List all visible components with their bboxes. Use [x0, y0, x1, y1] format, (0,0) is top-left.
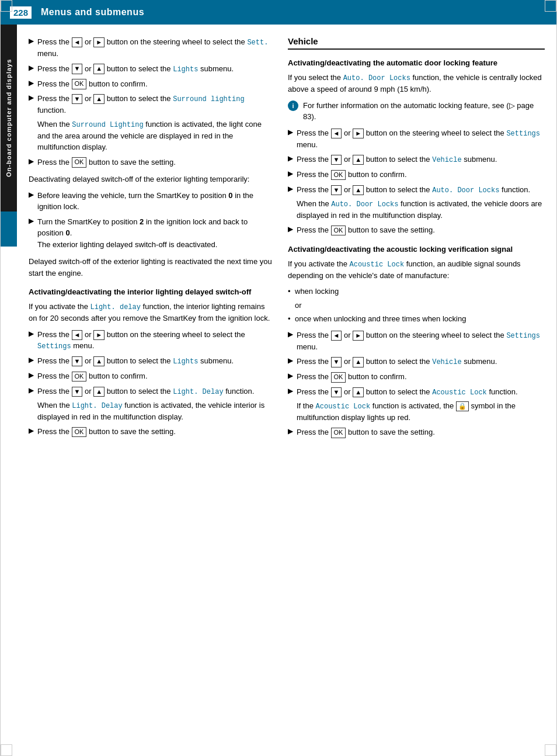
arrow-icon: ▶ — [288, 128, 293, 136]
section-divider — [288, 48, 545, 50]
nav-down-btn[interactable]: ▼ — [72, 94, 83, 104]
lock-icon: 🔒 — [456, 401, 469, 411]
nav-down-btn[interactable]: ▼ — [331, 155, 342, 165]
bullet-text: Press the ▼ or ▲ button to select the Ve… — [297, 356, 497, 367]
nav-down-btn[interactable]: ▼ — [331, 185, 342, 195]
vehicle-section-heading: Vehicle — [288, 36, 545, 46]
nav-down-btn[interactable]: ▼ — [331, 387, 342, 397]
nav-down-btn[interactable]: ▼ — [72, 356, 83, 366]
surround-bullets: ▶ Press the ◄ or ► button on the steerin… — [29, 36, 274, 168]
nav-left-btn[interactable]: ◄ — [331, 331, 342, 341]
header-bar: 228 Menus and submenus — [1, 0, 556, 25]
ok-button[interactable]: OK — [72, 157, 87, 167]
bullet-item: ▶ Press the OK button to save the settin… — [288, 426, 545, 438]
interior-bullets: ▶ Press the ◄ or ► button on the steerin… — [29, 329, 274, 438]
bullet-item: ▶ Press the ◄ or ► button on the steerin… — [288, 330, 545, 353]
arrow-icon: ▶ — [288, 427, 293, 435]
nav-right-btn[interactable]: ► — [353, 129, 364, 138]
nav-up-btn[interactable]: ▲ — [353, 387, 364, 397]
nav-down-btn[interactable]: ▼ — [72, 64, 83, 74]
bullet-text: Press the ▼ or ▲ button to select the Li… — [37, 63, 234, 75]
info-text: For further information on the automatic… — [303, 100, 545, 123]
arrow-icon: ▶ — [29, 217, 34, 225]
deactivate-heading-text: Deactivating delayed switch-off of the e… — [29, 174, 274, 185]
ok-button[interactable]: OK — [331, 428, 346, 438]
arrow-icon: ▶ — [288, 185, 293, 193]
bullet-item: ▶ Press the OK button to save the settin… — [29, 426, 274, 438]
bullet-text: Press the ▼ or ▲ button to select the Ac… — [297, 386, 545, 424]
nav-left-btn[interactable]: ◄ — [72, 37, 83, 47]
bullet-item: ▶ Press the OK button to confirm. — [29, 370, 274, 382]
nav-right-btn[interactable]: ► — [93, 37, 105, 47]
bullet-text: Press the OK button to save the setting. — [297, 224, 435, 236]
main-content: ▶ Press the ◄ or ► button on the steerin… — [19, 25, 556, 456]
nav-up-btn[interactable]: ▲ — [93, 64, 105, 74]
ok-button[interactable]: OK — [72, 427, 87, 437]
bullet-item: ▶ Press the OK button to confirm. — [29, 78, 274, 90]
auto-door-heading: Activating/deactivating the automatic do… — [288, 58, 545, 68]
bullet-item: ▶ Press the ▼ or ▲ button to select the … — [29, 93, 274, 153]
bullet-item: ▶ Press the ◄ or ► button on the steerin… — [29, 329, 274, 352]
arrow-icon: ▶ — [29, 371, 34, 379]
ok-button[interactable]: OK — [331, 372, 346, 382]
nav-right-btn[interactable]: ► — [93, 330, 105, 340]
reg-mark-tr — [545, 0, 556, 12]
bullet-text: Press the OK button to save the setting. — [297, 426, 435, 438]
arrow-icon: ▶ — [288, 356, 293, 365]
bullet-text: Press the OK button to confirm. — [37, 370, 148, 382]
bullet-item: ▶ Press the OK button to confirm. — [288, 371, 545, 383]
auto-door-bullets: ▶ Press the ◄ or ► button on the steerin… — [288, 127, 545, 236]
bullet-text: Press the ◄ or ► button on the steering … — [37, 329, 274, 352]
ok-button[interactable]: OK — [331, 226, 346, 235]
bullet-item: ▶ Press the OK button to save the settin… — [29, 157, 274, 168]
ok-button[interactable]: OK — [72, 79, 87, 89]
arrow-icon: ▶ — [29, 190, 34, 199]
bullet-text: Turn the SmartKey to position 2 in the i… — [37, 216, 274, 251]
sidebar-tab: On-board computer and displays — [1, 25, 17, 211]
arrow-icon: ▶ — [288, 387, 293, 395]
nav-left-btn[interactable]: ◄ — [72, 330, 83, 340]
acoustic-intro: If you activate the Acoustic Lock functi… — [288, 258, 545, 282]
nav-up-btn[interactable]: ▲ — [93, 94, 105, 104]
bullet-item: ▶ Press the ◄ or ► button on the steerin… — [288, 127, 545, 151]
bullet-text: Press the OK button to confirm. — [297, 371, 407, 383]
bullet-item: ▶ Turn the SmartKey to position 2 in the… — [29, 216, 274, 251]
nav-up-btn[interactable]: ▲ — [353, 185, 364, 195]
nav-right-btn[interactable]: ► — [353, 331, 364, 341]
bullet-text: Press the ▼ or ▲ button to select the Au… — [297, 184, 545, 221]
reg-mark-tl — [1, 0, 12, 12]
arrow-icon: ▶ — [29, 79, 34, 87]
ok-button[interactable]: OK — [72, 372, 87, 382]
arrow-icon: ▶ — [29, 356, 34, 364]
bullet-item: ▶ Press the OK button to confirm. — [288, 169, 545, 181]
bullet-item: ▶ Press the ▼ or ▲ button to select the … — [288, 184, 545, 221]
bullet-text: Press the OK button to confirm. — [37, 78, 148, 90]
acoustic-bullet-1: when locking — [288, 286, 545, 297]
ok-button[interactable]: OK — [331, 170, 346, 180]
arrow-icon: ▶ — [29, 386, 34, 394]
bullet-text: Press the ◄ or ► button on the steering … — [37, 36, 274, 60]
arrow-icon: ▶ — [29, 330, 34, 338]
arrow-icon: ▶ — [29, 426, 34, 435]
right-column: Vehicle Activating/deactivating the auto… — [288, 36, 545, 444]
bullet-text: Press the OK button to save the setting. — [37, 157, 176, 168]
or-text: or — [288, 300, 545, 311]
nav-up-btn[interactable]: ▲ — [353, 155, 364, 165]
nav-up-btn[interactable]: ▲ — [93, 387, 105, 397]
bullet-text: Press the ▼ or ▲ button to select the Su… — [37, 93, 274, 153]
nav-up-btn[interactable]: ▲ — [353, 357, 364, 367]
bullet-item: ▶ Press the ▼ or ▲ button to select the … — [288, 356, 545, 367]
bullet-text: Press the OK button to save the setting. — [37, 426, 176, 438]
info-box: i For further information on the automat… — [288, 100, 545, 123]
info-icon: i — [288, 100, 298, 111]
arrow-icon: ▶ — [288, 372, 293, 380]
nav-down-btn[interactable]: ▼ — [72, 387, 83, 397]
bullet-text: Press the ◄ or ► button on the steering … — [297, 127, 545, 151]
bullet-item: ▶ Press the ▼ or ▲ button to select the … — [288, 154, 545, 165]
deactivate-bullets: ▶ Before leaving the vehicle, turn the S… — [29, 190, 274, 251]
auto-door-intro: If you select the Auto. Door Locks funct… — [288, 72, 545, 95]
bullet-text: Press the ▼ or ▲ button to select the Ve… — [297, 154, 497, 165]
nav-up-btn[interactable]: ▲ — [93, 356, 105, 366]
nav-down-btn[interactable]: ▼ — [331, 357, 342, 367]
nav-left-btn[interactable]: ◄ — [331, 129, 342, 138]
